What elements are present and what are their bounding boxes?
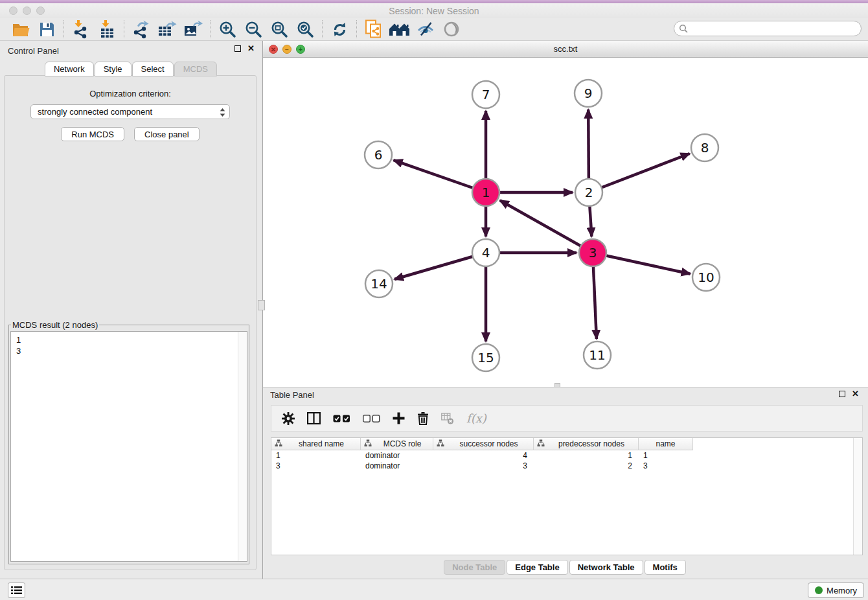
float-table-panel-icon[interactable]: [839, 391, 845, 397]
table-cell[interactable]: 3: [433, 461, 534, 470]
tab-network[interactable]: Network: [45, 62, 94, 76]
deselect-all-rows-icon[interactable]: [363, 415, 380, 422]
control-panel-title: Control Panel: [8, 46, 59, 56]
result-scrollbar[interactable]: [238, 332, 247, 561]
table-cell[interactable]: 1: [534, 451, 639, 460]
network-window-titlebar[interactable]: ✕ − + scc.txt: [263, 41, 868, 58]
tab-select[interactable]: Select: [132, 62, 174, 76]
graph-node-6[interactable]: 6: [365, 141, 392, 168]
float-panel-icon[interactable]: [234, 45, 241, 52]
duplicate-network-icon[interactable]: [361, 19, 387, 39]
graph-node-15[interactable]: 15: [472, 344, 499, 371]
column-header-name[interactable]: name: [639, 438, 693, 450]
mcds-result-item[interactable]: 3: [11, 345, 247, 356]
graph-node-10[interactable]: 10: [692, 264, 720, 291]
graph-node-4[interactable]: 4: [472, 239, 499, 266]
graph-node-9[interactable]: 9: [575, 80, 602, 107]
column-header-shared-name[interactable]: shared name: [271, 438, 361, 450]
tab-node-table[interactable]: Node Table: [444, 560, 505, 575]
save-icon[interactable]: [34, 19, 60, 39]
application-window: Session: New Session: [0, 0, 868, 600]
zoom-selected-icon[interactable]: [292, 19, 318, 39]
delete-table-icon[interactable]: [441, 413, 454, 424]
graph-edge-2-8[interactable]: [589, 154, 690, 192]
open-file-icon[interactable]: [8, 19, 34, 39]
column-layout-icon[interactable]: [307, 412, 321, 424]
mcds-tab-content: Optimization criterion: strongly connect…: [4, 75, 257, 570]
table-row[interactable]: 1dominator411: [271, 450, 862, 461]
column-header-predecessor-nodes[interactable]: predecessor nodes: [534, 438, 639, 450]
node-table[interactable]: shared name MCDS role successor nodes pr…: [271, 437, 863, 555]
graph-node-1[interactable]: 1: [472, 179, 499, 206]
zoom-in-icon[interactable]: [214, 19, 240, 39]
network-view-window: ✕ − + scc.txt 1234678910111415: [263, 41, 868, 387]
tab-edge-table[interactable]: Edge Table: [507, 560, 567, 575]
column-header-successor-nodes[interactable]: successor nodes: [433, 438, 534, 450]
search-field-wrap: [674, 21, 862, 36]
hide-eye-icon[interactable]: [413, 19, 439, 39]
home-layout-icon[interactable]: [387, 19, 413, 39]
svg-text:15: 15: [477, 350, 494, 365]
memory-status-icon: [815, 586, 823, 594]
export-image-icon[interactable]: [180, 19, 206, 39]
optimization-criterion-label: Optimization criterion:: [5, 89, 256, 98]
graph-node-11[interactable]: 11: [584, 341, 611, 369]
mcds-result-list[interactable]: 13: [10, 331, 247, 562]
graph-node-8[interactable]: 8: [691, 134, 718, 161]
table-cell[interactable]: 3: [639, 461, 693, 470]
export-network-icon[interactable]: [128, 19, 154, 39]
function-builder-icon[interactable]: f(x): [466, 411, 486, 425]
close-panel-button[interactable]: Close panel: [134, 127, 200, 141]
delete-row-icon[interactable]: [417, 412, 429, 425]
refresh-icon[interactable]: [326, 19, 352, 39]
tab-network-table[interactable]: Network Table: [569, 560, 643, 575]
panel-resize-grip[interactable]: [258, 300, 265, 310]
graph-node-3[interactable]: 3: [579, 239, 606, 266]
table-row[interactable]: 3dominator323: [271, 461, 862, 471]
svg-text:2: 2: [585, 185, 593, 200]
column-header-mcds-role[interactable]: MCDS role: [361, 438, 433, 450]
table-cell[interactable]: 3: [271, 461, 361, 470]
graph-edge-3-1[interactable]: [500, 200, 593, 253]
export-table-icon[interactable]: [154, 19, 180, 39]
tree-icon: [364, 439, 372, 449]
run-mcds-button[interactable]: Run MCDS: [61, 127, 124, 141]
tab-mcds[interactable]: MCDS: [174, 62, 217, 76]
graph-node-7[interactable]: 7: [472, 81, 499, 108]
import-table-icon[interactable]: [94, 19, 120, 39]
control-panel: Control Panel ✕ Network Style Select MCD…: [0, 41, 263, 579]
table-cell[interactable]: dominator: [361, 461, 433, 470]
table-cell[interactable]: 1: [639, 451, 693, 460]
show-eye-icon[interactable]: [439, 19, 464, 39]
zoom-out-icon[interactable]: [240, 19, 266, 39]
network-canvas[interactable]: 1234678910111415: [263, 58, 868, 387]
add-row-icon[interactable]: [393, 412, 405, 424]
table-cell[interactable]: 2: [534, 461, 639, 470]
select-all-rows-icon[interactable]: [333, 415, 350, 422]
tab-style[interactable]: Style: [95, 62, 131, 76]
tree-icon: [275, 439, 282, 449]
graph-edge-3-10[interactable]: [593, 253, 691, 274]
mcds-result-item[interactable]: 1: [11, 332, 247, 345]
table-cell[interactable]: 1: [271, 451, 361, 460]
settings-gear-icon[interactable]: [282, 412, 295, 425]
search-input[interactable]: [674, 21, 862, 36]
tree-icon: [537, 439, 545, 449]
graph-node-14[interactable]: 14: [365, 270, 393, 297]
graph-node-2[interactable]: 2: [575, 179, 602, 206]
memory-button[interactable]: Memory: [808, 583, 864, 598]
close-panel-icon[interactable]: ✕: [247, 45, 255, 52]
criterion-dropdown[interactable]: strongly connected component: [30, 104, 230, 119]
zoom-fit-icon[interactable]: [266, 19, 292, 39]
table-scrollbar[interactable]: [853, 438, 862, 555]
graph-edge-1-6[interactable]: [394, 160, 486, 192]
memory-label: Memory: [827, 586, 857, 595]
tab-motifs[interactable]: Motifs: [645, 560, 686, 575]
svg-text:8: 8: [701, 140, 709, 156]
table-cell[interactable]: dominator: [361, 451, 433, 460]
table-cell[interactable]: 4: [433, 451, 534, 460]
network-window-title: scc.txt: [263, 44, 868, 54]
close-table-panel-icon[interactable]: ✕: [852, 391, 859, 397]
import-network-icon[interactable]: [68, 19, 94, 39]
task-history-button[interactable]: [8, 583, 25, 598]
